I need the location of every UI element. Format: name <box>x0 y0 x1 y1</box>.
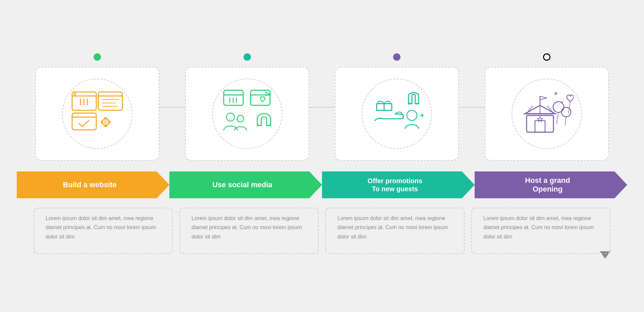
down-arrow-icon <box>600 251 610 259</box>
down-arrow-container <box>17 251 627 259</box>
icon-card-step4: ★ ★ <box>485 67 609 161</box>
arrow-step4: Host a grandOpening <box>475 171 627 198</box>
svg-rect-10 <box>101 121 103 123</box>
desc-block-step3: Lorem ipsum dolor sit dim amet, mea regi… <box>322 208 468 247</box>
icon-circle-step4: ★ ★ <box>512 79 582 149</box>
circle-step3 <box>393 53 400 61</box>
arrow-step3: Offer promotionsTo new guests <box>322 171 475 198</box>
svg-point-6 <box>102 119 109 125</box>
desc-text-step4: Lorem ipsum dolor sit dim amet, mea regi… <box>478 208 604 247</box>
svg-rect-41 <box>535 120 545 132</box>
svg-rect-14 <box>98 92 122 110</box>
arrow-label-step4: Host a grandOpening <box>518 176 583 194</box>
desc-block-step4: Lorem ipsum dolor sit dim amet, mea regi… <box>468 208 614 247</box>
icon-card-step1 <box>35 67 159 161</box>
bottom-row: Lorem ipsum dolor sit dim amet, mea regi… <box>17 198 627 247</box>
top-row: ★ ★ <box>17 53 627 161</box>
arrow-step2: Use social media <box>169 171 322 198</box>
arrow-label-step3: Offer promotionsTo new guests <box>361 177 436 193</box>
card-step1 <box>30 53 164 161</box>
icon-card-step3 <box>335 67 459 161</box>
svg-marker-44 <box>540 96 547 100</box>
arrow-row: Build a website Use social media Offer p… <box>17 171 627 198</box>
svg-marker-42 <box>537 116 543 122</box>
icon-circle-step2 <box>212 79 282 149</box>
svg-point-29 <box>237 115 244 122</box>
promotions-icon <box>370 87 424 141</box>
svg-rect-9 <box>104 125 107 127</box>
card-step3 <box>330 53 464 161</box>
grand-opening-icon: ★ ★ <box>520 87 574 141</box>
icon-circle-step1 <box>62 79 132 149</box>
svg-point-28 <box>226 113 234 121</box>
desc-block-step1: Lorem ipsum dolor sit dim amet, mea regi… <box>30 208 176 247</box>
svg-rect-36 <box>527 115 553 132</box>
desc-text-step2: Lorem ipsum dolor sit dim amet, mea regi… <box>186 208 312 247</box>
svg-rect-8 <box>104 117 107 119</box>
svg-text:★: ★ <box>553 91 558 96</box>
svg-point-2 <box>74 93 76 95</box>
card-step4: ★ ★ <box>480 53 614 161</box>
desc-text-step3: Lorem ipsum dolor sit dim amet, mea regi… <box>332 208 458 247</box>
circle-step1 <box>94 53 101 61</box>
svg-rect-12 <box>72 113 96 130</box>
desc-text-step1: Lorem ipsum dolor sit dim amet, mea regi… <box>40 208 166 247</box>
svg-point-33 <box>407 110 417 120</box>
svg-point-7 <box>104 121 107 123</box>
svg-text:★: ★ <box>560 100 564 105</box>
icon-circle-step3 <box>362 79 432 149</box>
icon-card-step2 <box>185 67 309 161</box>
svg-rect-11 <box>108 121 110 123</box>
arrow-label-step2: Use social media <box>206 180 286 189</box>
website-icon <box>70 87 124 141</box>
arrow-step1: Build a website <box>17 171 169 198</box>
infographic: ★ ★ Build a website Use social media <box>17 53 627 259</box>
arrow-label-step1: Build a website <box>56 180 130 189</box>
circle-step4 <box>543 53 550 61</box>
social-media-icon <box>220 87 274 141</box>
card-step2 <box>180 53 314 161</box>
desc-block-step2: Lorem ipsum dolor sit dim amet, mea regi… <box>176 208 322 247</box>
circle-step2 <box>244 53 251 61</box>
